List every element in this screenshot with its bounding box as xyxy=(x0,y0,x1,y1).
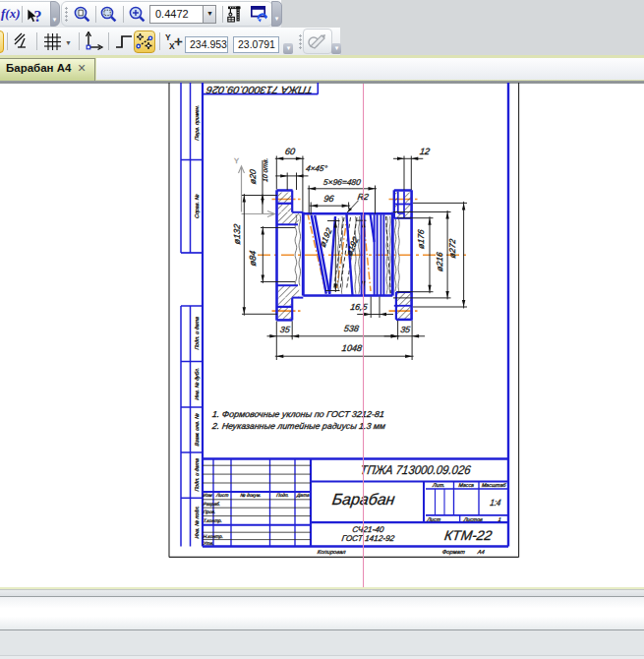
svg-text:ø176: ø176 xyxy=(416,228,426,249)
svg-text:№ докум.: № докум. xyxy=(240,493,262,498)
svg-text:5×96=480: 5×96=480 xyxy=(322,177,362,187)
svg-text:ø84: ø84 xyxy=(248,250,258,267)
svg-text:538: 538 xyxy=(343,324,359,333)
svg-text:ТПЖА 713000.09.026: ТПЖА 713000.09.026 xyxy=(360,463,473,477)
svg-text:Лит.: Лит. xyxy=(432,482,445,488)
svg-text:Подп. и дата: Подп. и дата xyxy=(194,316,200,350)
svg-text:Дата: Дата xyxy=(296,493,311,498)
svg-text:КТМ-22: КТМ-22 xyxy=(443,527,494,543)
svg-text:?: ? xyxy=(34,8,42,25)
svg-text:10 отв.: 10 отв. xyxy=(262,157,268,182)
svg-text:1. Формовочные уклоны по ГОСТ: 1. Формовочные уклоны по ГОСТ 3212-81 xyxy=(211,409,385,419)
svg-text:Изм: Изм xyxy=(203,493,212,498)
svg-text:Масса: Масса xyxy=(458,482,475,488)
svg-text:Подп.: Подп. xyxy=(276,493,289,498)
svg-text:35: 35 xyxy=(279,325,290,334)
svg-text:60: 60 xyxy=(284,147,296,156)
svg-text:Формат: Формат xyxy=(441,549,465,555)
svg-text:Лист: Лист xyxy=(426,516,441,522)
svg-text:2. Неуказанные литейные радиус: 2. Неуказанные литейные радиусы 1.3 мм xyxy=(210,421,386,431)
svg-text:А4: А4 xyxy=(476,549,486,555)
svg-text:ø20: ø20 xyxy=(248,168,258,184)
svg-text:Пров.: Пров. xyxy=(203,509,215,514)
svg-text:ø272: ø272 xyxy=(447,238,457,259)
svg-text:Н.контр.: Н.контр. xyxy=(203,534,223,539)
svg-text:35: 35 xyxy=(400,325,411,334)
svg-text:1: 1 xyxy=(498,516,501,522)
svg-text:Разраб.: Разраб. xyxy=(203,502,220,507)
svg-text:СЧ21-40: СЧ21-40 xyxy=(352,525,385,534)
svg-text:12: 12 xyxy=(419,147,431,156)
svg-text:Листов: Листов xyxy=(462,516,483,522)
svg-text:4×45°: 4×45° xyxy=(305,164,328,173)
svg-text:1:4: 1:4 xyxy=(490,498,501,508)
svg-text:ø132: ø132 xyxy=(232,223,242,245)
svg-text:ø192: ø192 xyxy=(318,226,333,249)
svg-text:ТПЖА 713000.09.026: ТПЖА 713000.09.026 xyxy=(205,85,314,95)
svg-text:Масштаб: Масштаб xyxy=(482,482,508,488)
svg-text:96: 96 xyxy=(323,194,335,204)
svg-text:Подп. и дата: Подп. и дата xyxy=(194,457,200,492)
svg-text:Инв. № подл.: Инв. № подл. xyxy=(194,506,200,539)
svg-text:Справ. №: Справ. № xyxy=(194,194,200,218)
svg-text:ГОСТ 1412-92: ГОСТ 1412-92 xyxy=(341,534,395,543)
svg-text:Взам. инв. №: Взам. инв. № xyxy=(194,413,200,447)
svg-text:Перв. примен.: Перв. примен. xyxy=(194,104,200,141)
svg-text:16,5: 16,5 xyxy=(350,302,369,312)
svg-text:Утв.: Утв. xyxy=(203,541,214,546)
svg-text:1048: 1048 xyxy=(341,343,364,353)
svg-text:Лист: Лист xyxy=(215,493,229,498)
svg-text:Y: Y xyxy=(234,156,239,165)
svg-text:ø216: ø216 xyxy=(435,251,444,271)
svg-text:Т.контр.: Т.контр. xyxy=(203,518,222,523)
svg-text:Инв. № дубл.: Инв. № дубл. xyxy=(194,367,200,400)
svg-text:Копировал: Копировал xyxy=(317,549,346,555)
